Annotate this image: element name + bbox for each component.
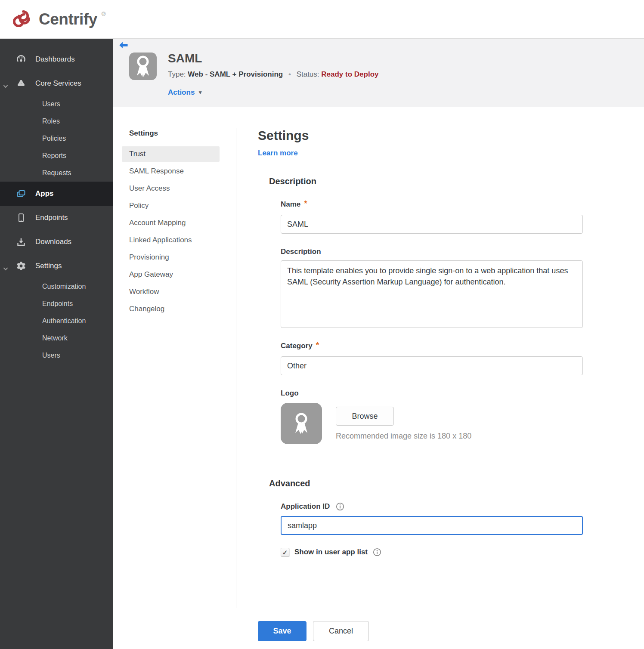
sidebar-item-policies[interactable]: Policies	[0, 130, 113, 147]
application-id-label: Application ID	[281, 502, 330, 511]
description-heading: Description	[269, 176, 589, 186]
sidebar-item-label: Settings	[35, 262, 62, 270]
sidebar-item-label: Downloads	[35, 238, 71, 246]
sidebar-item-roles[interactable]: Roles	[0, 113, 113, 130]
show-in-user-app-list-checkbox[interactable]: ✓	[281, 548, 289, 556]
app-meta: Type: Web - SAML + Provisioning • Status…	[168, 70, 378, 79]
sidebar-item-apps[interactable]: Apps	[0, 182, 113, 206]
sidebar-item-reports[interactable]: Reports	[0, 147, 113, 164]
core-services-icon	[15, 78, 27, 89]
application-id-field[interactable]	[281, 516, 583, 535]
subnav-title: Settings	[129, 128, 236, 145]
top-bar: Centrify ®	[0, 0, 644, 39]
subnav-item-user-access[interactable]: User Access	[122, 180, 220, 197]
actions-label: Actions	[168, 88, 195, 97]
chevron-down-icon	[3, 82, 8, 90]
category-label: Category *	[281, 342, 319, 351]
type-value: Web - SAML + Provisioning	[188, 70, 283, 78]
settings-panel: Settings Learn more Description Name * D…	[258, 128, 589, 649]
logo-label: Logo	[281, 389, 299, 398]
sidebar-item-downloads[interactable]: Downloads	[0, 230, 113, 254]
description-field[interactable]: This template enables you to provide sin…	[281, 260, 583, 328]
advanced-section: Advanced Application ID	[258, 479, 589, 641]
award-ribbon-icon	[134, 54, 152, 78]
show-in-user-app-list-label: Show in user app list	[294, 548, 368, 556]
sidebar-item-endpoints[interactable]: Endpoints	[0, 206, 113, 230]
subnav-item-workflow[interactable]: Workflow	[122, 283, 220, 300]
sidebar-item-network[interactable]: Network	[0, 330, 113, 347]
sidebar-item-label: Core Services	[35, 79, 81, 88]
subnav-item-policy[interactable]: Policy	[122, 197, 220, 214]
gauge-icon	[15, 54, 27, 65]
subnav-item-changelog[interactable]: Changelog	[122, 300, 220, 318]
info-icon[interactable]	[373, 548, 381, 556]
subnav-item-linked-applications[interactable]: Linked Applications	[122, 232, 220, 249]
download-icon	[15, 237, 27, 247]
subnav-item-trust[interactable]: Trust	[122, 146, 220, 162]
logo-size-hint: Recommended image size is 180 x 180	[336, 432, 471, 441]
device-icon	[15, 213, 27, 223]
sidebar-item-authentication[interactable]: Authentication	[0, 312, 113, 330]
subnav-item-account-mapping[interactable]: Account Mapping	[122, 214, 220, 232]
actions-button[interactable]: Actions ▼	[168, 88, 203, 97]
sidebar-item-settings-endpoints[interactable]: Endpoints	[0, 295, 113, 312]
advanced-heading: Advanced	[269, 479, 589, 488]
gear-icon	[15, 261, 27, 271]
type-label: Type:	[168, 70, 186, 78]
caret-down-icon: ▼	[198, 90, 203, 96]
sidebar-item-label: Endpoints	[35, 213, 68, 222]
back-arrow-icon[interactable]	[119, 42, 128, 51]
centrify-brand: Centrify ®	[12, 8, 105, 31]
status-badge: Ready to Deploy	[321, 70, 378, 78]
subnav-item-provisioning[interactable]: Provisioning	[122, 249, 220, 266]
cancel-button[interactable]: Cancel	[313, 621, 369, 641]
logo-preview	[281, 403, 322, 444]
learn-more-link[interactable]: Learn more	[258, 149, 298, 158]
status-label: Status:	[297, 70, 319, 78]
brand-name: Centrify	[39, 10, 97, 28]
sidebar-item-settings[interactable]: Settings	[0, 254, 113, 278]
subnav-item-app-gateway[interactable]: App Gateway	[122, 266, 220, 283]
sidebar-item-core-services[interactable]: Core Services	[0, 71, 113, 96]
save-button[interactable]: Save	[258, 621, 307, 641]
separator-dot: •	[288, 70, 291, 78]
description-section: Description Name * Description This temp…	[258, 176, 589, 444]
required-asterisk: *	[304, 199, 307, 208]
sidebar: Dashboards Core Services Users Roles Pol…	[0, 39, 113, 649]
check-icon: ✓	[282, 549, 288, 556]
subnav-item-saml-response[interactable]: SAML Response	[122, 163, 220, 180]
sidebar-item-users[interactable]: Users	[0, 96, 113, 113]
sidebar-item-requests[interactable]: Requests	[0, 164, 113, 182]
sidebar-item-settings-users[interactable]: Users	[0, 347, 113, 364]
app-settings-nav: Settings Trust SAML Response User Access…	[113, 128, 236, 608]
apps-icon	[15, 189, 27, 199]
info-icon[interactable]	[336, 502, 344, 511]
award-ribbon-icon	[292, 411, 310, 436]
description-label: Description	[281, 247, 321, 256]
centrify-logo-icon	[12, 8, 34, 31]
registered-mark: ®	[102, 11, 106, 17]
app-header: SAML Type: Web - SAML + Provisioning • S…	[113, 39, 644, 107]
required-asterisk: *	[316, 340, 319, 350]
app-logo	[129, 53, 157, 80]
name-label: Name *	[281, 200, 307, 210]
sidebar-item-label: Apps	[35, 189, 54, 198]
chevron-down-icon	[3, 264, 8, 273]
page-title: Settings	[258, 128, 589, 143]
browse-button[interactable]: Browse	[336, 407, 394, 426]
name-field[interactable]	[281, 215, 583, 234]
sidebar-item-label: Dashboards	[35, 55, 75, 64]
sidebar-item-customization[interactable]: Customization	[0, 278, 113, 295]
app-title: SAML	[168, 53, 378, 65]
category-field[interactable]	[281, 356, 583, 375]
sidebar-item-dashboards[interactable]: Dashboards	[0, 47, 113, 71]
